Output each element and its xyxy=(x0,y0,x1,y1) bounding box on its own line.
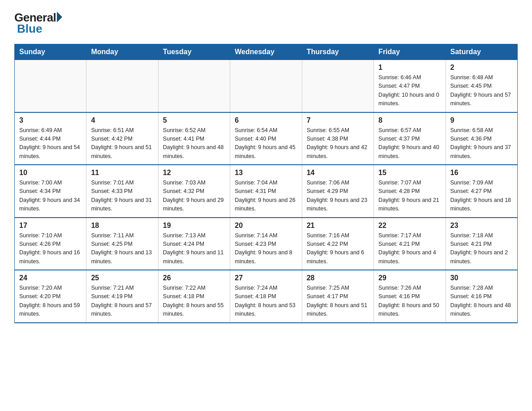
calendar-cell: 2Sunrise: 6:48 AM Sunset: 4:45 PM Daylig… xyxy=(446,60,517,112)
calendar-cell: 14Sunrise: 7:06 AM Sunset: 4:29 PM Dayli… xyxy=(302,165,373,218)
calendar-cell: 3Sunrise: 6:49 AM Sunset: 4:44 PM Daylig… xyxy=(15,112,86,165)
day-number: 24 xyxy=(19,274,82,282)
logo-arrow-icon xyxy=(57,12,62,22)
day-number: 4 xyxy=(91,116,153,124)
calendar-cell: 1Sunrise: 6:46 AM Sunset: 4:47 PM Daylig… xyxy=(374,60,446,112)
calendar-week-row: 1Sunrise: 6:46 AM Sunset: 4:47 PM Daylig… xyxy=(15,60,518,112)
day-info: Sunrise: 7:13 AM Sunset: 4:24 PM Dayligh… xyxy=(163,231,225,266)
calendar-cell: 24Sunrise: 7:20 AM Sunset: 4:20 PM Dayli… xyxy=(15,270,86,323)
calendar-cell: 7Sunrise: 6:55 AM Sunset: 4:38 PM Daylig… xyxy=(302,112,373,165)
day-info: Sunrise: 7:26 AM Sunset: 4:16 PM Dayligh… xyxy=(378,284,441,319)
calendar-cell: 30Sunrise: 7:28 AM Sunset: 4:16 PM Dayli… xyxy=(446,270,517,323)
calendar-cell: 5Sunrise: 6:52 AM Sunset: 4:41 PM Daylig… xyxy=(158,112,230,165)
day-number: 10 xyxy=(19,169,82,177)
day-number: 28 xyxy=(307,274,369,282)
day-info: Sunrise: 6:58 AM Sunset: 4:36 PM Dayligh… xyxy=(450,126,513,161)
day-info: Sunrise: 7:16 AM Sunset: 4:22 PM Dayligh… xyxy=(307,231,369,266)
day-number: 29 xyxy=(378,274,441,282)
calendar-cell xyxy=(230,60,302,112)
day-number: 6 xyxy=(235,116,297,124)
day-info: Sunrise: 7:21 AM Sunset: 4:19 PM Dayligh… xyxy=(91,284,153,319)
day-info: Sunrise: 7:11 AM Sunset: 4:25 PM Dayligh… xyxy=(91,231,153,266)
calendar-cell: 23Sunrise: 7:18 AM Sunset: 4:21 PM Dayli… xyxy=(446,218,517,270)
day-info: Sunrise: 7:10 AM Sunset: 4:26 PM Dayligh… xyxy=(19,231,82,266)
day-info: Sunrise: 7:06 AM Sunset: 4:29 PM Dayligh… xyxy=(307,179,369,214)
calendar-week-row: 24Sunrise: 7:20 AM Sunset: 4:20 PM Dayli… xyxy=(15,270,518,323)
day-info: Sunrise: 7:22 AM Sunset: 4:18 PM Dayligh… xyxy=(163,284,225,319)
calendar-week-row: 17Sunrise: 7:10 AM Sunset: 4:26 PM Dayli… xyxy=(15,218,518,270)
day-info: Sunrise: 7:24 AM Sunset: 4:18 PM Dayligh… xyxy=(235,284,297,319)
calendar-cell xyxy=(86,60,158,112)
day-info: Sunrise: 7:00 AM Sunset: 4:34 PM Dayligh… xyxy=(19,179,82,214)
header-friday: Friday xyxy=(374,44,446,60)
logo-blue-text: Blue xyxy=(17,22,42,36)
calendar-cell: 28Sunrise: 7:25 AM Sunset: 4:17 PM Dayli… xyxy=(302,270,373,323)
calendar-cell: 29Sunrise: 7:26 AM Sunset: 4:16 PM Dayli… xyxy=(374,270,446,323)
day-number: 16 xyxy=(450,169,513,177)
calendar-cell: 22Sunrise: 7:17 AM Sunset: 4:21 PM Dayli… xyxy=(374,218,446,270)
day-number: 14 xyxy=(307,169,369,177)
day-info: Sunrise: 6:51 AM Sunset: 4:42 PM Dayligh… xyxy=(91,126,153,161)
calendar-cell: 10Sunrise: 7:00 AM Sunset: 4:34 PM Dayli… xyxy=(15,165,86,218)
day-info: Sunrise: 6:46 AM Sunset: 4:47 PM Dayligh… xyxy=(378,73,441,108)
calendar-cell: 8Sunrise: 6:57 AM Sunset: 4:37 PM Daylig… xyxy=(374,112,446,165)
calendar-cell: 18Sunrise: 7:11 AM Sunset: 4:25 PM Dayli… xyxy=(86,218,158,270)
day-info: Sunrise: 7:03 AM Sunset: 4:32 PM Dayligh… xyxy=(163,179,225,214)
calendar-cell: 26Sunrise: 7:22 AM Sunset: 4:18 PM Dayli… xyxy=(158,270,230,323)
calendar-cell: 20Sunrise: 7:14 AM Sunset: 4:23 PM Dayli… xyxy=(230,218,302,270)
header-tuesday: Tuesday xyxy=(158,44,230,60)
page-header: General Blue xyxy=(14,11,518,36)
day-info: Sunrise: 7:04 AM Sunset: 4:31 PM Dayligh… xyxy=(235,179,297,214)
day-number: 2 xyxy=(450,64,513,72)
calendar-cell xyxy=(158,60,230,112)
day-info: Sunrise: 6:48 AM Sunset: 4:45 PM Dayligh… xyxy=(450,73,513,108)
day-number: 7 xyxy=(307,116,369,124)
day-info: Sunrise: 6:57 AM Sunset: 4:37 PM Dayligh… xyxy=(378,126,441,161)
day-info: Sunrise: 7:18 AM Sunset: 4:21 PM Dayligh… xyxy=(450,231,513,266)
header-saturday: Saturday xyxy=(446,44,517,60)
day-number: 12 xyxy=(163,169,225,177)
day-info: Sunrise: 6:49 AM Sunset: 4:44 PM Dayligh… xyxy=(19,126,82,161)
day-info: Sunrise: 7:07 AM Sunset: 4:28 PM Dayligh… xyxy=(378,179,441,214)
day-number: 25 xyxy=(91,274,153,282)
day-info: Sunrise: 7:01 AM Sunset: 4:33 PM Dayligh… xyxy=(91,179,153,214)
day-number: 11 xyxy=(91,169,153,177)
calendar-cell: 13Sunrise: 7:04 AM Sunset: 4:31 PM Dayli… xyxy=(230,165,302,218)
calendar-cell: 21Sunrise: 7:16 AM Sunset: 4:22 PM Dayli… xyxy=(302,218,373,270)
header-monday: Monday xyxy=(86,44,158,60)
day-number: 8 xyxy=(378,116,441,124)
day-number: 9 xyxy=(450,116,513,124)
day-info: Sunrise: 6:52 AM Sunset: 4:41 PM Dayligh… xyxy=(163,126,225,161)
day-number: 13 xyxy=(235,169,297,177)
calendar-cell: 27Sunrise: 7:24 AM Sunset: 4:18 PM Dayli… xyxy=(230,270,302,323)
day-info: Sunrise: 7:09 AM Sunset: 4:27 PM Dayligh… xyxy=(450,179,513,214)
calendar-cell: 6Sunrise: 6:54 AM Sunset: 4:40 PM Daylig… xyxy=(230,112,302,165)
calendar-week-row: 10Sunrise: 7:00 AM Sunset: 4:34 PM Dayli… xyxy=(15,165,518,218)
day-number: 22 xyxy=(378,222,441,230)
calendar-cell: 11Sunrise: 7:01 AM Sunset: 4:33 PM Dayli… xyxy=(86,165,158,218)
day-number: 30 xyxy=(450,274,513,282)
calendar-cell: 4Sunrise: 6:51 AM Sunset: 4:42 PM Daylig… xyxy=(86,112,158,165)
day-number: 21 xyxy=(307,222,369,230)
day-info: Sunrise: 7:17 AM Sunset: 4:21 PM Dayligh… xyxy=(378,231,441,266)
calendar-cell xyxy=(15,60,86,112)
day-number: 26 xyxy=(163,274,225,282)
calendar-cell: 9Sunrise: 6:58 AM Sunset: 4:36 PM Daylig… xyxy=(446,112,517,165)
day-info: Sunrise: 7:14 AM Sunset: 4:23 PM Dayligh… xyxy=(235,231,297,266)
day-number: 5 xyxy=(163,116,225,124)
day-number: 15 xyxy=(378,169,441,177)
calendar-cell: 25Sunrise: 7:21 AM Sunset: 4:19 PM Dayli… xyxy=(86,270,158,323)
calendar-cell: 16Sunrise: 7:09 AM Sunset: 4:27 PM Dayli… xyxy=(446,165,517,218)
day-info: Sunrise: 6:55 AM Sunset: 4:38 PM Dayligh… xyxy=(307,126,369,161)
day-info: Sunrise: 7:25 AM Sunset: 4:17 PM Dayligh… xyxy=(307,284,369,319)
day-number: 20 xyxy=(235,222,297,230)
day-info: Sunrise: 6:54 AM Sunset: 4:40 PM Dayligh… xyxy=(235,126,297,161)
calendar-header-row: SundayMondayTuesdayWednesdayThursdayFrid… xyxy=(15,44,518,60)
day-number: 23 xyxy=(450,222,513,230)
header-sunday: Sunday xyxy=(15,44,86,60)
calendar-table: SundayMondayTuesdayWednesdayThursdayFrid… xyxy=(14,44,518,323)
calendar-cell: 12Sunrise: 7:03 AM Sunset: 4:32 PM Dayli… xyxy=(158,165,230,218)
day-number: 19 xyxy=(163,222,225,230)
calendar-week-row: 3Sunrise: 6:49 AM Sunset: 4:44 PM Daylig… xyxy=(15,112,518,165)
day-number: 3 xyxy=(19,116,82,124)
